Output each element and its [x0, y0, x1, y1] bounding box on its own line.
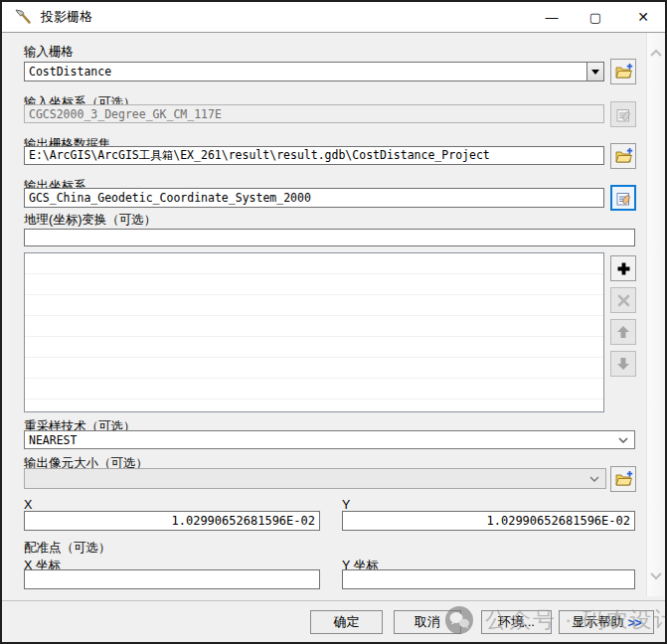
input-raster-dropdown-icon[interactable] — [586, 63, 603, 80]
ok-button[interactable]: 确定 — [310, 610, 383, 634]
plus-icon — [616, 261, 631, 276]
input-raster-browse-button[interactable] — [610, 59, 636, 84]
arrow-down-icon — [616, 357, 630, 371]
add-item-button[interactable] — [610, 255, 636, 281]
dialog-title: 投影栅格 — [41, 8, 92, 26]
close-button[interactable]: ✕ — [624, 2, 662, 32]
show-help-button[interactable]: 显示帮助 >> — [559, 610, 654, 634]
hammer-tool-icon — [14, 8, 32, 26]
move-down-button — [610, 351, 636, 377]
input-cs-properties-button — [610, 101, 636, 127]
x-label: X — [24, 498, 32, 512]
hand-properties-icon — [615, 190, 632, 207]
x-coord-field[interactable] — [24, 569, 320, 589]
maximize-button[interactable]: ▢ — [579, 2, 612, 32]
cell-size-combo[interactable] — [24, 468, 606, 489]
input-raster-label: 输入栅格 — [24, 44, 74, 61]
x-field[interactable] — [24, 511, 320, 531]
input-raster-combo[interactable]: CostDistance — [24, 62, 604, 81]
resampling-value: NEAREST — [25, 433, 618, 447]
scroll-down-icon[interactable] — [650, 572, 662, 580]
footer-divider — [2, 600, 665, 601]
form-scrollbar[interactable] — [646, 33, 665, 596]
project-raster-dialog: 投影栅格 — ▢ ✕ 输入栅格 CostDistance 输入坐标系（可选） 输… — [0, 0, 667, 644]
cancel-button[interactable]: 取消 — [394, 610, 461, 634]
title-bar: 投影栅格 — ▢ ✕ — [2, 2, 665, 33]
move-up-button — [610, 319, 636, 345]
minimize-button[interactable]: — — [535, 2, 569, 32]
registration-label: 配准点（可选） — [24, 540, 111, 557]
y-coord-field[interactable] — [342, 569, 635, 589]
output-dataset-field[interactable] — [24, 146, 604, 165]
folder-open-icon — [614, 471, 633, 487]
output-cs-properties-button[interactable] — [610, 185, 636, 211]
folder-open-icon — [614, 64, 633, 80]
y-field[interactable] — [342, 511, 635, 531]
resampling-combo[interactable]: NEAREST — [24, 430, 635, 449]
folder-open-icon — [614, 148, 633, 164]
chevron-down-icon — [618, 437, 628, 443]
show-help-label: 显示帮助 — [572, 613, 623, 631]
output-cs-field[interactable] — [24, 188, 604, 208]
remove-item-button — [610, 287, 636, 313]
input-raster-value: CostDistance — [25, 63, 586, 80]
chevron-down-icon — [589, 476, 599, 482]
geo-transform-field[interactable] — [24, 229, 635, 246]
input-cs-field — [24, 104, 604, 123]
cell-size-browse-button[interactable] — [610, 466, 636, 492]
scroll-up-icon[interactable] — [650, 49, 662, 57]
y-label: Y — [342, 498, 350, 512]
environments-button[interactable]: 环境... — [481, 610, 552, 634]
hand-properties-icon — [615, 106, 632, 123]
output-dataset-browse-button[interactable] — [610, 143, 636, 169]
geo-transform-label: 地理(坐标)变换（可选） — [24, 212, 156, 229]
transform-list[interactable] — [24, 252, 604, 412]
x-icon — [617, 294, 630, 307]
help-arrows: >> — [627, 615, 640, 630]
arrow-up-icon — [616, 325, 630, 339]
